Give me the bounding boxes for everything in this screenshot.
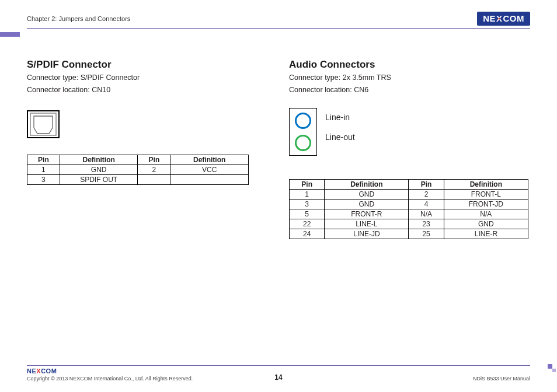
cell-def: GND	[325, 199, 409, 209]
cell-pin: 5	[290, 209, 325, 219]
th-definition: Definition	[60, 155, 138, 164]
th-definition: Definition	[444, 179, 528, 189]
line-out-jack-icon	[295, 135, 311, 151]
cell-def: GND	[325, 189, 409, 199]
table-row: 22 LINE-L 23 GND	[290, 219, 528, 229]
footer-decoration-icon	[548, 364, 557, 373]
cell-pin: 2	[138, 164, 170, 174]
spdif-pin-table: Pin Definition Pin Definition 1 GND 2 VC…	[27, 155, 249, 185]
brand-post: COM	[503, 13, 525, 23]
cell-def: GND	[60, 164, 138, 174]
cell-def: LINE-JD	[325, 229, 409, 239]
th-pin: Pin	[138, 155, 170, 164]
header-divider	[27, 28, 530, 29]
cell-def: FRONT-JD	[444, 199, 528, 209]
audio-heading: Audio Connectors	[289, 59, 530, 71]
cell-pin: 1	[290, 189, 325, 199]
line-in-jack-icon	[295, 113, 311, 129]
cell-def: LINE-R	[444, 229, 528, 239]
spdif-connector-diagram	[27, 110, 60, 138]
cell-pin: 3	[27, 174, 60, 184]
cell-def: N/A	[444, 209, 528, 219]
cell-pin: 4	[409, 199, 444, 209]
cell-pin: 22	[290, 219, 325, 229]
table-row: 3 SPDIF OUT	[27, 174, 249, 184]
cell-pin: 3	[290, 199, 325, 209]
table-row: 3 GND 4 FRONT-JD	[290, 199, 528, 209]
audio-location: Connector location: CN6	[289, 85, 530, 95]
cell-def: VCC	[170, 164, 249, 174]
audio-type: Connector type: 2x 3.5mm TRS	[289, 73, 530, 83]
th-pin: Pin	[290, 179, 325, 189]
th-pin: Pin	[27, 155, 60, 164]
cell-pin: 25	[409, 229, 444, 239]
page-number: 14	[274, 373, 282, 382]
th-definition: Definition	[170, 155, 249, 164]
cell-def: GND	[444, 219, 528, 229]
audio-connector-diagram	[289, 108, 317, 156]
table-row: 1 GND 2 VCC	[27, 164, 249, 174]
spdif-heading: S/PDIF Connector	[27, 59, 268, 71]
cell-def: SPDIF OUT	[60, 174, 138, 184]
cell-pin: 2	[409, 189, 444, 199]
table-row: 1 GND 2 FRONT-L	[290, 189, 528, 199]
brand-x: X	[496, 13, 503, 23]
cell-pin: 1	[27, 164, 60, 174]
cell-def: FRONT-R	[325, 209, 409, 219]
cell-pin: 23	[409, 219, 444, 229]
line-in-label: Line-in	[325, 113, 355, 122]
brand-logo: NE X COM	[477, 12, 530, 26]
cell-def: LINE-L	[325, 219, 409, 229]
brand-pre: NE	[483, 13, 496, 23]
audio-pin-table: Pin Definition Pin Definition 1 GND 2 FR…	[289, 179, 528, 239]
spdif-location: Connector location: CN10	[27, 85, 268, 95]
accent-stub	[0, 32, 20, 37]
footer-divider	[27, 365, 530, 366]
chapter-title: Chapter 2: Jumpers and Connectors	[27, 15, 130, 22]
line-out-label: Line-out	[325, 132, 355, 142]
cell-pin	[138, 174, 170, 184]
th-definition: Definition	[325, 179, 409, 189]
footer-logo: NEXCOM	[27, 368, 193, 374]
spdif-type: Connector type: S/PDIF Connector	[27, 73, 268, 83]
manual-name: NDiS B533 User Manual	[473, 376, 530, 382]
table-row: 5 FRONT-R N/A N/A	[290, 209, 528, 219]
cell-def	[170, 174, 249, 184]
copyright-text: Copyright © 2013 NEXCOM International Co…	[27, 376, 193, 382]
cell-def: FRONT-L	[444, 189, 528, 199]
table-row: 24 LINE-JD 25 LINE-R	[290, 229, 528, 239]
cell-pin: 24	[290, 229, 325, 239]
cell-pin: N/A	[409, 209, 444, 219]
th-pin: Pin	[409, 179, 444, 189]
